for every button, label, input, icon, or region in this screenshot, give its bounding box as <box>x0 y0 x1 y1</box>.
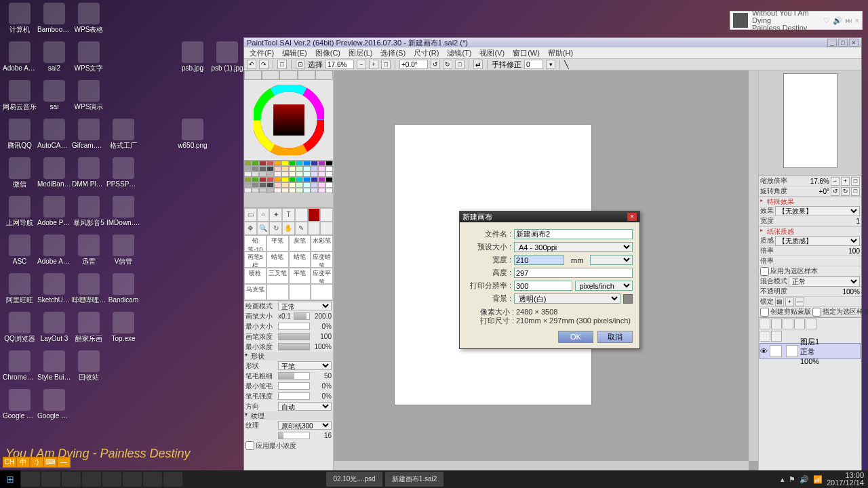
brush-preset[interactable]: 应变平笔 <box>311 268 333 284</box>
taskbar-clock[interactable]: 13:002017/12/14 <box>827 472 864 487</box>
menu-item[interactable]: 尺寸(R) <box>414 48 439 58</box>
sai-titlebar[interactable]: PaintTool SAI Ver.2 (64bit) Preview.2016… <box>244 38 861 47</box>
preset-select[interactable]: A4 - 300ppi <box>514 242 633 252</box>
desktop-icon[interactable]: Google SketchUp 8 <box>37 389 71 427</box>
lock-opacity[interactable]: ▨ <box>775 298 784 306</box>
desktop-icon[interactable] <box>176 273 210 311</box>
desktop-icon[interactable]: 阿里旺旺 <box>3 273 37 311</box>
minhair-slider[interactable] <box>278 382 310 390</box>
taskbar-pin[interactable] <box>82 472 101 487</box>
height-input[interactable] <box>514 268 633 278</box>
ime-toolbar[interactable]: CH中:)⌨— <box>3 457 71 468</box>
desktop-icon[interactable] <box>176 3 210 41</box>
rotate-input[interactable] <box>399 60 428 69</box>
desktop-icon[interactable]: DMM Player <box>72 157 106 195</box>
transfer-button[interactable] <box>794 319 805 329</box>
desktop-icon[interactable]: Top.exe <box>106 312 140 350</box>
desktop-icon[interactable]: 腾讯QQ <box>3 119 37 157</box>
res-unit-select[interactable]: pixels/inch <box>575 281 633 291</box>
desktop-icon[interactable] <box>141 41 175 79</box>
desktop-icon[interactable] <box>106 41 140 79</box>
nav-zoom-out[interactable]: − <box>831 177 840 186</box>
desktop-icon[interactable] <box>176 80 210 118</box>
new-folder-button[interactable] <box>771 319 782 329</box>
desktop-icon[interactable]: 酷家乐画 <box>72 312 106 350</box>
start-button[interactable]: ⊞ <box>0 470 20 488</box>
brush-preset[interactable] <box>289 284 311 300</box>
desktop-icon[interactable]: sai <box>37 80 71 118</box>
desktop-icon[interactable] <box>141 350 175 388</box>
fx-select[interactable]: 【无效果】 <box>775 206 860 216</box>
desktop-icon[interactable]: Bamboo Dock <box>37 3 71 41</box>
desktop-icon[interactable] <box>176 312 210 350</box>
desktop-icon[interactable] <box>106 3 140 41</box>
deselect-button[interactable]: □ <box>277 60 287 69</box>
desktop-icon[interactable] <box>141 235 175 272</box>
zoom-in-button[interactable]: + <box>369 60 378 69</box>
apply-sel-checkbox[interactable] <box>760 267 769 276</box>
texture-select[interactable]: 原印纸300 <box>278 421 332 430</box>
shape-select[interactable]: 平笔 <box>278 361 332 370</box>
heart-icon[interactable]: ♡ <box>823 16 830 25</box>
next-icon[interactable]: ⏭ <box>845 16 852 25</box>
desktop-icon[interactable] <box>210 312 244 350</box>
desktop-icon[interactable]: 迅雷 <box>72 235 106 272</box>
nav-rot-reset[interactable]: □ <box>851 187 860 196</box>
desktop-icon[interactable] <box>210 235 244 272</box>
desktop-icon[interactable]: QQ浏览器 <box>3 312 37 350</box>
brush-preset[interactable]: 炭笔 <box>289 235 311 251</box>
desktop-icon[interactable]: psb (1).jpg <box>210 41 244 79</box>
taskbar-pin[interactable] <box>163 472 182 487</box>
volume-icon[interactable]: 🔊 <box>833 16 842 25</box>
desktop-icon[interactable]: WPS表格 <box>72 3 106 41</box>
brush-preset[interactable]: 水彩笔 <box>311 235 333 251</box>
brush-preset[interactable]: 喷枪 <box>244 268 267 284</box>
cancel-button[interactable]: 取消 <box>597 331 633 343</box>
desktop-icon[interactable]: 微信 <box>3 157 37 195</box>
desktop-icon[interactable] <box>141 312 175 350</box>
menu-item[interactable]: 滤镜(T) <box>447 48 471 58</box>
menu-item[interactable]: 图像(C) <box>315 48 340 58</box>
desktop-icon[interactable]: Adobe Photoshop... <box>37 196 71 234</box>
layer-item[interactable]: 👁 图层1正常100% <box>760 343 861 359</box>
menu-item[interactable]: 图层(L) <box>349 48 372 58</box>
taskbar-pin[interactable] <box>102 472 121 487</box>
brush-preset[interactable]: 应变蜡笔 <box>311 251 333 268</box>
desktop-icon[interactable] <box>210 80 244 118</box>
close-icon[interactable]: × <box>855 16 859 25</box>
desktop-icon[interactable] <box>72 389 106 427</box>
new-layer-button[interactable] <box>760 319 770 329</box>
tray-icon[interactable]: 📶 <box>813 475 823 484</box>
desktop-icon[interactable] <box>106 80 140 118</box>
ok-button[interactable]: OK <box>558 331 593 343</box>
hardness-slider[interactable] <box>278 372 310 380</box>
menu-item[interactable]: 文件(F) <box>250 48 274 58</box>
blend-select[interactable]: 正常 <box>789 277 860 287</box>
filename-input[interactable] <box>514 229 633 239</box>
texture-header[interactable]: 纹理 <box>244 411 333 420</box>
desktop-icon[interactable] <box>176 196 210 234</box>
desktop-icon[interactable]: Style Builder 2 <box>37 350 71 388</box>
music-toast[interactable]: Without You I Am DyingPainless Destiny ♡… <box>730 11 863 30</box>
desktop-icon[interactable] <box>106 389 140 427</box>
ime-button[interactable]: — <box>57 457 71 468</box>
desktop-icon[interactable] <box>210 119 244 157</box>
density-slider[interactable] <box>278 333 310 340</box>
zoom-to-button[interactable]: ⊡ <box>296 60 305 69</box>
taskbar-pin[interactable] <box>62 472 81 487</box>
desktop-icon[interactable] <box>141 3 175 41</box>
desktop-icon[interactable]: sai2 <box>37 41 71 79</box>
rotate-reset-button[interactable]: □ <box>455 60 465 69</box>
desktop-icon[interactable]: Adobe After Effects CC... <box>37 235 71 272</box>
zoom-fit-button[interactable]: □ <box>381 60 391 69</box>
brush-preset[interactable]: 平笔 <box>289 268 311 284</box>
desktop-icon[interactable] <box>210 389 244 427</box>
scrollbar-h[interactable] <box>334 461 749 470</box>
menu-item[interactable]: 窗口(W) <box>513 48 540 58</box>
taskbar-pin[interactable] <box>123 472 142 487</box>
desktop-icon[interactable]: Adobe Application <box>3 41 37 79</box>
flip-button[interactable]: ⇄ <box>473 60 483 69</box>
desktop-icon[interactable] <box>106 350 140 388</box>
brush-size-slider[interactable] <box>294 312 310 320</box>
tray-icon[interactable]: ⚑ <box>789 475 795 484</box>
